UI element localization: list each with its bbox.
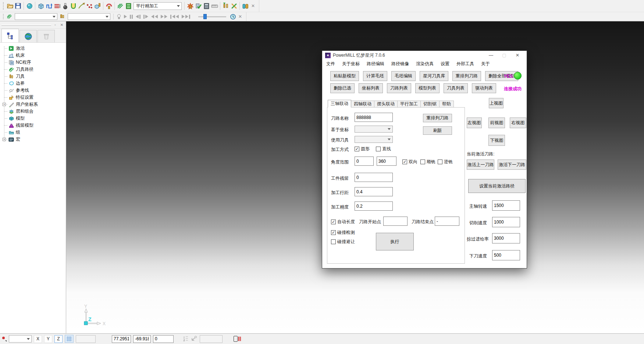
collision-check-icon[interactable] xyxy=(186,2,194,10)
profile-channel-icon[interactable] xyxy=(69,2,77,10)
toolbar-grip[interactable] xyxy=(3,14,4,19)
save-icon[interactable] xyxy=(14,2,22,10)
mode-linear-checkbox[interactable]: 直线 xyxy=(376,146,391,152)
step-forward-icon[interactable] xyxy=(143,15,148,19)
expand-icon[interactable]: + xyxy=(3,138,6,141)
view-left-button[interactable]: 左视图 xyxy=(467,117,482,128)
checkbox-icon[interactable] xyxy=(376,147,381,151)
refresh-button[interactable]: 刷新 xyxy=(423,126,452,135)
climb-mill-checkbox[interactable]: 顺铣 xyxy=(420,159,435,165)
panel-grip[interactable] xyxy=(1,24,51,26)
axis-y-button[interactable]: Y xyxy=(44,335,52,343)
coord-z-field[interactable] xyxy=(153,335,174,343)
tree-item[interactable]: 特征设置 xyxy=(1,94,66,101)
grid-size-field[interactable] xyxy=(76,335,96,343)
tolerance-input[interactable] xyxy=(355,201,393,211)
grid-toggle-icon[interactable] xyxy=(65,335,74,343)
block-tool-icon[interactable] xyxy=(93,2,102,10)
auto-length-checkbox[interactable]: ✓ 自动长度 xyxy=(331,219,355,225)
delete-selected-button[interactable]: 删除已选 xyxy=(330,83,355,93)
rearrange-button[interactable]: 重排列刀路 xyxy=(423,114,452,122)
calculator-icon[interactable] xyxy=(202,2,210,10)
view-bottom-button[interactable]: 下视图 xyxy=(488,135,505,146)
rewind-icon[interactable] xyxy=(151,15,158,18)
stepover-input[interactable] xyxy=(355,187,393,196)
expand-icon[interactable]: + xyxy=(3,103,6,106)
start-point-input[interactable] xyxy=(383,217,408,226)
tree-item[interactable]: 刀具 xyxy=(1,73,66,80)
fast-forward-icon[interactable] xyxy=(161,15,167,18)
tree-item[interactable]: 激活 xyxy=(1,45,66,52)
open-icon[interactable] xyxy=(6,2,14,10)
tab-recycle-bin[interactable] xyxy=(38,30,55,42)
mode-circular-checkbox[interactable]: ✓ 圆形 xyxy=(355,146,370,152)
ruler-icon[interactable] xyxy=(210,2,218,10)
verify-icon[interactable] xyxy=(194,2,202,10)
strategy-list-icon[interactable] xyxy=(124,2,132,10)
shaded-view-icon[interactable] xyxy=(25,2,33,10)
coord-x-field[interactable] xyxy=(112,335,131,343)
tree-item[interactable]: +宏 xyxy=(1,136,66,143)
skim-feed-input[interactable] xyxy=(492,233,520,243)
axis-z-button[interactable]: Z xyxy=(54,335,63,343)
checkbox-icon[interactable]: ✓ xyxy=(402,159,407,164)
menu-about[interactable]: 关于 xyxy=(481,61,490,67)
drive-list-button[interactable]: 驱动列表 xyxy=(472,83,496,93)
tab-3axis[interactable]: 三轴联动 xyxy=(328,100,351,108)
collision-avoid-checkbox[interactable]: 碰撞避让 xyxy=(331,239,355,245)
checkbox-icon[interactable]: ✓ xyxy=(355,147,359,151)
set-active-path-button[interactable]: 设置当前激活路径 xyxy=(468,179,526,193)
wire-cut-icon[interactable] xyxy=(230,2,238,10)
menu-render-sim[interactable]: 渲染仿真 xyxy=(416,61,434,67)
block-edit-button[interactable]: 毛坯编辑 xyxy=(391,71,416,81)
tree-item[interactable]: +用户坐标系 xyxy=(1,101,66,108)
toolbar-grip[interactable] xyxy=(3,2,4,9)
stock-pair-icon[interactable] xyxy=(241,2,249,10)
activate-next-button[interactable]: 激活下一刀路 xyxy=(498,159,526,170)
machining-strategy-combo[interactable]: 平行精加工 xyxy=(134,2,182,10)
tab-explorer-tree[interactable] xyxy=(1,29,19,42)
collision-check-checkbox[interactable]: ✓ 碰撞检测 xyxy=(331,229,355,236)
probe-icon[interactable] xyxy=(191,336,198,343)
base-coord-select[interactable] xyxy=(355,126,393,133)
checkbox-icon[interactable]: ✓ xyxy=(331,220,336,224)
step-back-icon[interactable] xyxy=(136,15,140,19)
rotate-view-icon[interactable] xyxy=(234,336,241,342)
model-list-button[interactable]: 模型列表 xyxy=(415,83,440,93)
paste-model-button[interactable]: 粘贴新模型 xyxy=(330,71,359,81)
close-toolbar-icon[interactable]: ✕ xyxy=(236,13,244,20)
tree-item[interactable]: 组 xyxy=(1,129,66,136)
tree-item[interactable]: 模型 xyxy=(1,115,66,122)
tool-list-button[interactable]: 刀具列表 xyxy=(444,83,468,93)
tree-item[interactable]: 残留模型 xyxy=(1,122,66,129)
menu-path-mirror[interactable]: 路径镜像 xyxy=(391,61,409,67)
tab-tilthead[interactable]: 摆头联动 xyxy=(374,101,398,108)
tree-item[interactable]: 刀具路径 xyxy=(1,66,66,73)
checkbox-icon[interactable] xyxy=(420,159,425,164)
close-panel-icon[interactable]: ✕ xyxy=(59,23,64,27)
activate-prev-button[interactable]: 激活上一刀路 xyxy=(467,159,494,170)
tab-help[interactable]: 帮助 xyxy=(440,101,454,108)
axis-x-button[interactable]: X xyxy=(34,335,42,343)
float-panel-icon[interactable]: ▫ xyxy=(53,23,58,27)
speed-slider[interactable] xyxy=(198,14,226,19)
minimize-icon[interactable]: — xyxy=(485,53,497,58)
tree-item[interactable]: 边界 xyxy=(1,80,66,87)
calc-block-button[interactable]: 计算毛坯 xyxy=(363,71,387,81)
go-start-icon[interactable] xyxy=(170,15,179,19)
tool-library-button[interactable]: 星河刀具库 xyxy=(420,71,448,81)
play-icon[interactable] xyxy=(124,15,127,18)
slider-handle[interactable] xyxy=(203,14,207,19)
curve-editor-icon[interactable] xyxy=(77,2,85,10)
checkbox-icon[interactable] xyxy=(438,159,442,164)
maximize-icon[interactable]: ▢ xyxy=(499,53,510,58)
conventional-mill-checkbox[interactable]: 逆铣 xyxy=(438,159,453,165)
tree-item[interactable]: NC程序 xyxy=(1,59,66,66)
clock-icon[interactable] xyxy=(229,13,236,20)
dialog-titlebar[interactable]: ★ PowerMILL 忆梦星河 7.0.6 — ▢ ✕ xyxy=(322,51,527,60)
create-block-icon[interactable] xyxy=(37,2,45,10)
menu-ext-tools[interactable]: 外部工具 xyxy=(456,61,474,67)
execute-button[interactable]: 执行 xyxy=(376,233,414,250)
toolpath-connections-icon[interactable] xyxy=(45,2,53,10)
batch-process-icon[interactable] xyxy=(53,2,61,10)
